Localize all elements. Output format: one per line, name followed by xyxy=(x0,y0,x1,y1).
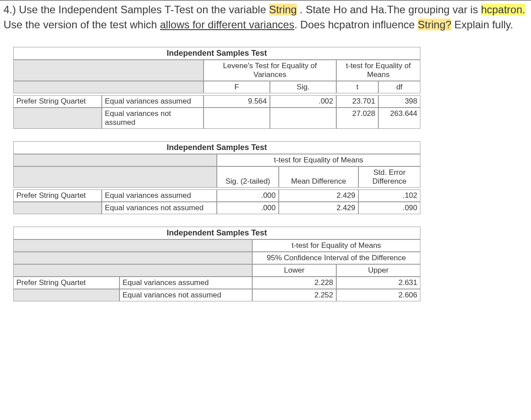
col-header-levene: Levene's Test for Equality of Variances xyxy=(204,60,336,81)
table-row: Independent Samples Test xyxy=(13,47,420,60)
table-row: 95% Confidence Interval of the Differenc… xyxy=(13,252,420,264)
cell-t: 27.028 xyxy=(336,108,378,129)
table-row: F Sig. t df xyxy=(13,81,420,93)
cell-df: 398 xyxy=(378,95,420,108)
table-row: t-test for Equality of Means xyxy=(13,154,420,166)
cell-blank xyxy=(13,108,102,129)
cell-blank xyxy=(13,252,252,264)
cell-df: 263.644 xyxy=(378,108,420,129)
cell-sig: .002 xyxy=(270,95,336,108)
q-p4: . Does hcpatron influence xyxy=(294,19,418,31)
cell-sig2: .000 xyxy=(217,202,279,214)
q-p1: Use the Independent Samples T-Test on th… xyxy=(19,4,269,15)
cell-lower: 2.228 xyxy=(252,277,336,289)
table-row: Equal variances not assumed 27.028 263.6… xyxy=(13,108,420,129)
q-num: 4.) xyxy=(4,4,19,15)
cell-sig2: .000 xyxy=(217,189,279,202)
table-row: Independent Samples Test xyxy=(13,227,420,239)
cell-se: .102 xyxy=(358,189,420,202)
cell-upper: 2.631 xyxy=(336,277,420,289)
cell-lower: 2.252 xyxy=(252,289,336,301)
col-header-t: t xyxy=(336,81,378,93)
cond-evna: Equal variances not assumed xyxy=(102,108,204,129)
col-header-ttest: t-test for Equality of Means xyxy=(217,154,420,166)
cond-eva: Equal variances assumed xyxy=(119,277,252,289)
row-label: Prefer String Quartet xyxy=(13,189,102,202)
cond-evna: Equal variances not assumed xyxy=(119,289,252,301)
table-row: t-test for Equality of Means xyxy=(13,239,420,252)
cell-md: 2.429 xyxy=(279,202,358,214)
q-highlight-string: String xyxy=(269,4,297,15)
independent-samples-table-2: Independent Samples Test t-test for Equa… xyxy=(13,141,420,214)
table-row: Independent Samples Test xyxy=(13,141,420,154)
col-header-se: Std. Error Difference xyxy=(358,166,420,188)
cond-evna: Equal variances not assumed xyxy=(102,202,217,214)
independent-samples-table-1: Independent Samples Test Levene's Test f… xyxy=(13,47,420,129)
cell-md: 2.429 xyxy=(279,189,358,202)
table-row: Levene's Test for Equality of Variances … xyxy=(13,60,420,81)
cond-eva: Equal variances assumed xyxy=(102,189,217,202)
col-header-upper: Upper xyxy=(336,264,420,277)
table-row: Lower Upper xyxy=(13,264,420,277)
cell-blank xyxy=(13,264,252,277)
row-label: Prefer String Quartet xyxy=(13,277,119,289)
table-title: Independent Samples Test xyxy=(13,227,420,239)
col-header-f: F xyxy=(204,81,270,93)
col-header-lower: Lower xyxy=(252,264,336,277)
col-header-sig2: Sig. (2-tailed) xyxy=(217,166,279,188)
col-header-md: Mean Difference xyxy=(279,166,358,188)
col-header-ci: 95% Confidence Interval of the Differenc… xyxy=(252,252,420,264)
table-row: Prefer String Quartet Equal variances as… xyxy=(13,95,420,108)
cell-t: 23.701 xyxy=(336,95,378,108)
cell-blank xyxy=(270,108,336,129)
independent-samples-table-3: Independent Samples Test t-test for Equa… xyxy=(13,227,420,301)
question-text: 4.) Use the Independent Samples T-Test o… xyxy=(0,0,531,34)
cell-blank xyxy=(13,239,252,252)
col-header-sig: Sig. xyxy=(270,81,336,93)
q-p2: . State Ho and Ha.The grouping var is xyxy=(297,4,481,15)
cell-upper: 2.606 xyxy=(336,289,420,301)
q-highlight-string2: String? xyxy=(418,19,451,31)
table-row: Prefer String Quartet Equal variances as… xyxy=(13,277,420,289)
q-underline: allows for different variances xyxy=(160,19,295,31)
cell-blank xyxy=(13,202,102,214)
table-row: Equal variances not assumed 2.252 2.606 xyxy=(13,289,420,301)
table-title: Independent Samples Test xyxy=(13,141,420,154)
table-row: Sig. (2-tailed) Mean Difference Std. Err… xyxy=(13,166,420,188)
cell-se: .090 xyxy=(358,202,420,214)
cell-blank xyxy=(13,81,204,93)
cell-blank xyxy=(13,154,217,166)
q-p3: Use the version of the test which xyxy=(4,19,160,31)
cell-f: 9.564 xyxy=(204,95,270,108)
cell-blank xyxy=(13,166,217,188)
table-title: Independent Samples Test xyxy=(13,47,420,60)
table-row: Prefer String Quartet Equal variances as… xyxy=(13,189,420,202)
table-row: Equal variances not assumed .000 2.429 .… xyxy=(13,202,420,214)
col-header-df: df xyxy=(378,81,420,93)
cond-eva: Equal variances assumed xyxy=(102,95,204,108)
col-header-ttest: t-test for Equality of Means xyxy=(252,239,420,252)
q-highlight-hcpatron: hcpatron. xyxy=(481,4,525,15)
col-header-ttest: t-test for Equality of Means xyxy=(336,60,420,81)
cell-blank xyxy=(13,60,204,81)
cell-blank xyxy=(204,108,270,129)
row-label: Prefer String Quartet xyxy=(13,95,102,108)
cell-blank xyxy=(13,289,119,301)
q-p5: Explain fully. xyxy=(451,19,513,31)
